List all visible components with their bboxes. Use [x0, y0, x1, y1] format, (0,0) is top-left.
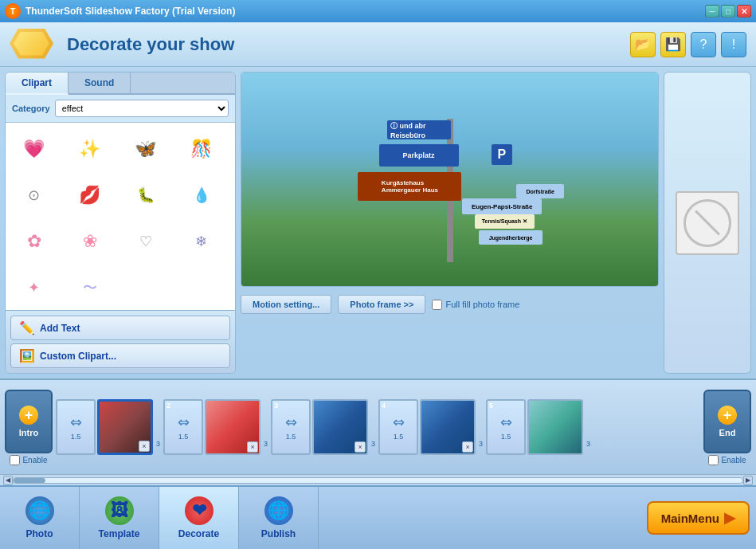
help-button[interactable]: ?	[691, 32, 716, 57]
nav-decorate[interactable]: ❤ Decorate	[159, 487, 239, 549]
close-button[interactable]: ✕	[737, 5, 751, 18]
full-fill-label: Full fill photo frame	[445, 300, 519, 309]
tab-clipart[interactable]: Clipart	[6, 73, 69, 95]
sign-parkplatz: Parkplatz	[379, 144, 459, 167]
clipart-bug[interactable]: 🐛	[123, 175, 167, 215]
photo-frame-button[interactable]: Photo frame >>	[338, 295, 425, 314]
end-button[interactable]: + End	[703, 390, 751, 453]
titlebar: T ThunderSoft Slideshow Factory (Trial V…	[0, 0, 756, 22]
clipart-heart[interactable]: 💗	[12, 129, 56, 169]
slide-delete-4[interactable]: ×	[462, 441, 473, 453]
motion-setting-button[interactable]: Motion setting...	[241, 295, 331, 314]
full-fill-checkbox[interactable]	[432, 300, 442, 310]
sign-tennis: Tennis/Squash ✕	[475, 214, 535, 229]
scroll-left-button[interactable]: ◀	[3, 476, 13, 485]
clipart-flower1[interactable]: ✿	[12, 222, 56, 261]
clipart-star2[interactable]: ✦	[12, 268, 56, 308]
slide-dur-2: 1.5	[178, 433, 189, 441]
slide-transition-2[interactable]: 2 ⇔ 1.5	[163, 399, 203, 455]
image-icon: 🖼️	[19, 348, 35, 363]
window-title: ThunderSoft Slideshow Factory (Trial Ver…	[25, 6, 703, 17]
end-enable-label: Enable	[721, 456, 746, 465]
clipart-drops[interactable]: 💧	[179, 175, 223, 215]
intro-button[interactable]: + Intro	[5, 390, 53, 453]
sign-i: ⓘ und abr Reisebüro	[387, 120, 451, 139]
nav-publish[interactable]: 🌐 Publish	[239, 487, 319, 549]
minimize-button[interactable]: ─	[705, 5, 719, 18]
page-title: Decorate your show	[67, 34, 234, 55]
clipart-heart2[interactable]: ♡	[123, 222, 167, 261]
intro-section: + Intro Enable	[5, 390, 53, 465]
custom-clipart-button[interactable]: 🖼️ Custom Clipart...	[10, 343, 230, 368]
intro-enable-row: Enable	[10, 455, 47, 465]
slide-group-4: 4 ⇔ 1.5 ×	[378, 399, 476, 455]
center-panel: ⓘ und abr Reisebüro Parkplatz P Kurgäste…	[241, 72, 659, 374]
add-text-button[interactable]: ✏️ Add Text	[10, 316, 230, 340]
slide-delete-2[interactable]: ×	[247, 441, 258, 453]
clipart-swirl[interactable]: 〜	[68, 268, 112, 308]
save-button[interactable]: 💾	[660, 32, 686, 57]
preview-image: ⓘ und abr Reisebüro Parkplatz P Kurgäste…	[241, 73, 658, 286]
slide-transition-1[interactable]: ⇔ 1.5	[56, 399, 96, 455]
slide-num-badge-5: 5	[489, 402, 493, 410]
maximize-button[interactable]: □	[721, 5, 735, 18]
slide-photo-dur-1: 3	[156, 440, 160, 448]
slide-num-badge-3: 3	[274, 402, 278, 410]
app-logo	[10, 29, 57, 61]
sign-dorfstrasse: Dorfstraße	[516, 184, 564, 198]
category-select[interactable]: effect	[55, 100, 229, 117]
main-menu-button[interactable]: MainMenu ▶	[647, 501, 750, 535]
clipart-snowflake[interactable]: ❄	[179, 222, 223, 261]
nav-photo[interactable]: 🌐 Photo	[0, 487, 80, 549]
add-text-label: Add Text	[40, 323, 80, 334]
info-button[interactable]: !	[721, 32, 746, 57]
clipart-lips[interactable]: 💋	[68, 175, 112, 215]
slide-transition-5[interactable]: 5 ⇔ 1.5	[486, 399, 526, 455]
slide-transition-4[interactable]: 4 ⇔ 1.5	[378, 399, 418, 455]
scroll-right-button[interactable]: ▶	[743, 476, 753, 485]
slide-photo-dur-3: 3	[371, 440, 375, 448]
open-file-button[interactable]: 📂	[630, 32, 656, 57]
transition-arrows-icon-3: ⇔	[285, 414, 297, 431]
slide-thumb-4[interactable]: ×	[420, 399, 476, 455]
sign-p: P	[492, 144, 512, 165]
right-panel	[664, 72, 751, 374]
scrollbar-thumb[interactable]	[14, 478, 45, 483]
slide-dur-4: 1.5	[394, 433, 404, 441]
slide-delete-3[interactable]: ×	[354, 441, 366, 453]
nav-publish-label: Publish	[261, 528, 296, 539]
slide-thumb-5[interactable]	[527, 399, 583, 455]
slide-thumb-2[interactable]: ×	[205, 399, 260, 455]
intro-enable-checkbox[interactable]	[10, 455, 20, 465]
end-enable-checkbox[interactable]	[708, 455, 719, 465]
nav-photo-label: Photo	[26, 528, 53, 539]
clipart-flower2[interactable]: ❀	[68, 222, 112, 261]
slide-group-1: ⇔ 1.5 ×	[56, 399, 153, 455]
transition-arrows-icon-2: ⇔	[178, 414, 190, 431]
slide-photo-dur-4: 3	[479, 440, 483, 448]
slide-num-badge-2: 2	[166, 402, 170, 410]
slide-thumb-3[interactable]: ×	[312, 399, 368, 455]
nav-decorate-label: Decorate	[178, 528, 219, 539]
sign-kurgastehaus: KurgästehausAmmergauer Haus	[358, 172, 461, 201]
clipart-butterfly[interactable]: 🦋	[123, 129, 167, 169]
tab-sound[interactable]: Sound	[69, 73, 131, 93]
slide-dur-1: 1.5	[71, 433, 81, 441]
slide-thumb-1[interactable]: ×	[97, 399, 153, 455]
intro-enable-label: Enable	[22, 456, 47, 465]
nav-template[interactable]: 🖼 Template	[80, 487, 159, 549]
end-section: + End Enable	[703, 390, 751, 465]
slide-group-5: 5 ⇔ 1.5	[486, 399, 583, 455]
template-icon: 🖼	[105, 496, 134, 525]
clipart-stars[interactable]: ✨	[68, 129, 112, 169]
custom-clipart-label: Custom Clipart...	[40, 351, 116, 362]
nav-template-label: Template	[99, 528, 140, 539]
main-menu-label: MainMenu	[661, 512, 719, 525]
slide-group-3: 3 ⇔ 1.5 ×	[271, 399, 368, 455]
clipart-ring[interactable]: ⊙	[12, 175, 56, 215]
sign-eugen: Eugen-Papst-Straße	[462, 198, 542, 214]
slide-transition-3[interactable]: 3 ⇔ 1.5	[271, 399, 311, 455]
clipart-confetti[interactable]: 🎊	[179, 129, 223, 169]
category-label: Category	[12, 104, 50, 113]
slide-delete-1[interactable]: ×	[139, 441, 150, 452]
